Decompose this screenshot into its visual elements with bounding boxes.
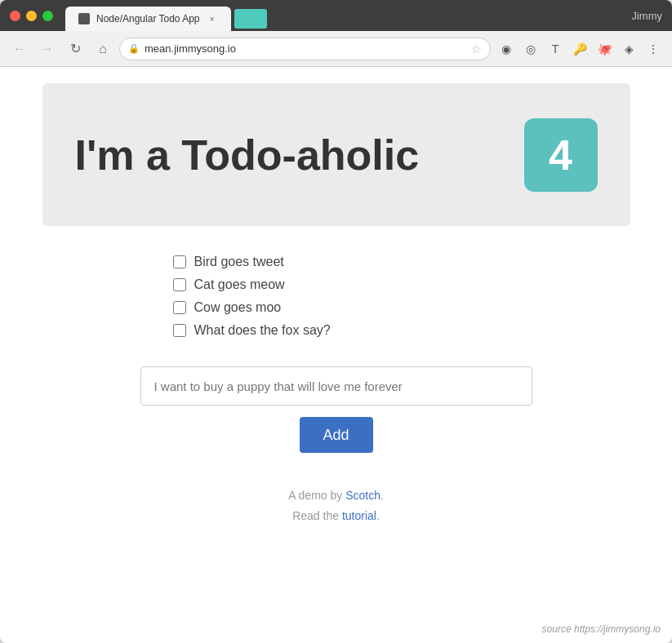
extension-icon-1[interactable]: ◉ [496, 38, 517, 60]
todo-checkbox-4[interactable] [173, 324, 186, 337]
minimize-button[interactable] [26, 11, 37, 21]
add-button[interactable]: Add [300, 417, 373, 453]
todo-item-3: Cow goes moo [173, 296, 500, 319]
todo-item-1: Bird goes tweet [173, 251, 500, 273]
footer-period-2: . [376, 509, 380, 522]
footer-line-2: Read the tutorial. [288, 506, 384, 526]
footer-period-1: . [381, 489, 384, 502]
traffic-lights [10, 11, 53, 21]
home-button[interactable]: ⌂ [91, 38, 114, 60]
tab-bar: Node/Angular Todo App × [65, 7, 267, 31]
lock-icon: 🔒 [128, 43, 140, 54]
tab-close-button[interactable]: × [207, 13, 218, 24]
todo-item-2: Cat goes meow [173, 273, 500, 296]
hero-banner: I'm a Todo-aholic 4 [42, 83, 630, 226]
bookmark-icon[interactable]: ☆ [471, 42, 482, 55]
todo-checkbox-2[interactable] [173, 278, 186, 291]
extension-icon-3[interactable]: T [545, 38, 566, 60]
toolbar: ← → ↻ ⌂ 🔒 mean.jimmysong.io ☆ ◉ ◎ T 🔑 🐙 … [0, 31, 672, 67]
read-text: Read the [292, 509, 342, 522]
tab-label: Node/Angular Todo App [96, 13, 200, 24]
active-tab[interactable]: Node/Angular Todo App × [65, 7, 231, 31]
todo-label-4: What does the fox say? [194, 323, 331, 338]
tab-favicon [78, 13, 90, 24]
title-bar: Node/Angular Todo App × Jimmy [0, 0, 672, 31]
extension-icon-6[interactable]: ◈ [618, 38, 639, 60]
close-button[interactable] [10, 11, 20, 21]
todo-count-badge: 4 [524, 118, 598, 192]
menu-button[interactable]: ⋮ [643, 38, 664, 60]
input-section: Add [140, 366, 532, 453]
address-bar[interactable]: 🔒 mean.jimmysong.io ☆ [119, 38, 491, 60]
todo-label-3: Cow goes moo [194, 300, 282, 315]
demo-text: A demo by [288, 489, 345, 502]
todo-label-2: Cat goes meow [194, 277, 285, 292]
extension-icon-4[interactable]: 🔑 [569, 38, 590, 60]
todo-list: Bird goes tweet Cat goes meow Cow goes m… [173, 251, 500, 342]
refresh-button[interactable]: ↻ [64, 38, 87, 60]
toolbar-icons: ◉ ◎ T 🔑 🐙 ◈ ⋮ [496, 38, 664, 60]
scotch-link[interactable]: Scotch [345, 489, 381, 502]
page-content: I'm a Todo-aholic 4 Bird goes tweet Cat … [0, 67, 672, 643]
todo-checkbox-3[interactable] [173, 301, 186, 314]
user-label: Jimmy [631, 10, 662, 22]
new-todo-input[interactable] [140, 366, 532, 406]
source-note: source https://jimmysong.io [542, 623, 661, 635]
todo-item-4: What does the fox say? [173, 319, 500, 342]
footer: A demo by Scotch. Read the tutorial. [288, 486, 384, 526]
hero-title: I'm a Todo-aholic [75, 131, 508, 180]
tutorial-link[interactable]: tutorial [342, 509, 376, 522]
extension-icon-5[interactable]: 🐙 [594, 38, 615, 60]
url-text: mean.jimmysong.io [145, 42, 466, 55]
maximize-button[interactable] [42, 11, 53, 21]
browser-window: Node/Angular Todo App × Jimmy ← → ↻ ⌂ 🔒 … [0, 0, 672, 643]
footer-line-1: A demo by Scotch. [288, 486, 384, 506]
todo-checkbox-1[interactable] [173, 255, 186, 268]
back-button[interactable]: ← [8, 38, 31, 60]
extension-icon-2[interactable]: ◎ [520, 38, 541, 60]
todo-label-1: Bird goes tweet [194, 255, 284, 269]
new-tab-button[interactable] [234, 9, 267, 29]
forward-button[interactable]: → [36, 38, 59, 60]
